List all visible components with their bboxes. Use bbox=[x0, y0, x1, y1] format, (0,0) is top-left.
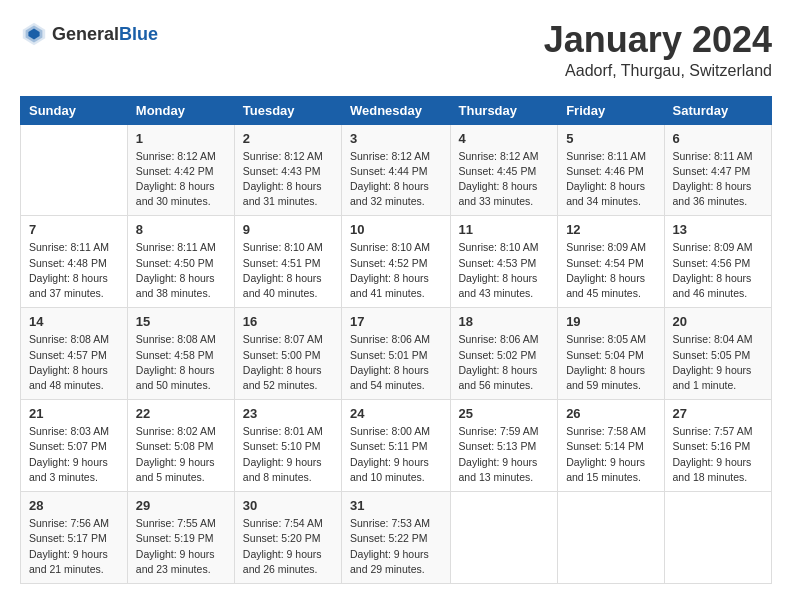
calendar-cell: 24Sunrise: 8:00 AMSunset: 5:11 PMDayligh… bbox=[341, 400, 450, 492]
calendar-cell: 25Sunrise: 7:59 AMSunset: 5:13 PMDayligh… bbox=[450, 400, 558, 492]
calendar-cell: 2Sunrise: 8:12 AMSunset: 4:43 PMDaylight… bbox=[234, 124, 341, 216]
calendar-cell: 10Sunrise: 8:10 AMSunset: 4:52 PMDayligh… bbox=[341, 216, 450, 308]
day-info: Sunrise: 8:08 AMSunset: 4:58 PMDaylight:… bbox=[136, 332, 226, 393]
day-info: Sunrise: 7:59 AMSunset: 5:13 PMDaylight:… bbox=[459, 424, 550, 485]
day-number: 29 bbox=[136, 498, 226, 513]
day-number: 16 bbox=[243, 314, 333, 329]
calendar-cell: 3Sunrise: 8:12 AMSunset: 4:44 PMDaylight… bbox=[341, 124, 450, 216]
day-info: Sunrise: 7:54 AMSunset: 5:20 PMDaylight:… bbox=[243, 516, 333, 577]
weekday-header-sunday: Sunday bbox=[21, 96, 128, 124]
week-row-4: 21Sunrise: 8:03 AMSunset: 5:07 PMDayligh… bbox=[21, 400, 772, 492]
calendar-cell: 28Sunrise: 7:56 AMSunset: 5:17 PMDayligh… bbox=[21, 492, 128, 584]
title-block: January 2024 Aadorf, Thurgau, Switzerlan… bbox=[544, 20, 772, 80]
calendar-cell: 7Sunrise: 8:11 AMSunset: 4:48 PMDaylight… bbox=[21, 216, 128, 308]
calendar-cell: 23Sunrise: 8:01 AMSunset: 5:10 PMDayligh… bbox=[234, 400, 341, 492]
weekday-header-wednesday: Wednesday bbox=[341, 96, 450, 124]
weekday-header-tuesday: Tuesday bbox=[234, 96, 341, 124]
day-info: Sunrise: 8:09 AMSunset: 4:54 PMDaylight:… bbox=[566, 240, 655, 301]
day-info: Sunrise: 8:12 AMSunset: 4:44 PMDaylight:… bbox=[350, 149, 442, 210]
day-info: Sunrise: 8:10 AMSunset: 4:51 PMDaylight:… bbox=[243, 240, 333, 301]
day-number: 27 bbox=[673, 406, 763, 421]
day-number: 6 bbox=[673, 131, 763, 146]
day-info: Sunrise: 8:02 AMSunset: 5:08 PMDaylight:… bbox=[136, 424, 226, 485]
calendar-cell: 26Sunrise: 7:58 AMSunset: 5:14 PMDayligh… bbox=[558, 400, 664, 492]
calendar-cell: 11Sunrise: 8:10 AMSunset: 4:53 PMDayligh… bbox=[450, 216, 558, 308]
day-info: Sunrise: 8:12 AMSunset: 4:42 PMDaylight:… bbox=[136, 149, 226, 210]
week-row-2: 7Sunrise: 8:11 AMSunset: 4:48 PMDaylight… bbox=[21, 216, 772, 308]
calendar-cell: 30Sunrise: 7:54 AMSunset: 5:20 PMDayligh… bbox=[234, 492, 341, 584]
day-number: 22 bbox=[136, 406, 226, 421]
calendar-cell: 15Sunrise: 8:08 AMSunset: 4:58 PMDayligh… bbox=[127, 308, 234, 400]
day-info: Sunrise: 8:10 AMSunset: 4:52 PMDaylight:… bbox=[350, 240, 442, 301]
day-number: 3 bbox=[350, 131, 442, 146]
calendar-table: SundayMondayTuesdayWednesdayThursdayFrid… bbox=[20, 96, 772, 584]
day-info: Sunrise: 8:11 AMSunset: 4:48 PMDaylight:… bbox=[29, 240, 119, 301]
day-number: 13 bbox=[673, 222, 763, 237]
calendar-cell: 1Sunrise: 8:12 AMSunset: 4:42 PMDaylight… bbox=[127, 124, 234, 216]
calendar-cell: 12Sunrise: 8:09 AMSunset: 4:54 PMDayligh… bbox=[558, 216, 664, 308]
calendar-cell: 29Sunrise: 7:55 AMSunset: 5:19 PMDayligh… bbox=[127, 492, 234, 584]
day-number: 31 bbox=[350, 498, 442, 513]
day-info: Sunrise: 8:08 AMSunset: 4:57 PMDaylight:… bbox=[29, 332, 119, 393]
weekday-header-thursday: Thursday bbox=[450, 96, 558, 124]
day-info: Sunrise: 8:09 AMSunset: 4:56 PMDaylight:… bbox=[673, 240, 763, 301]
day-number: 2 bbox=[243, 131, 333, 146]
logo-icon bbox=[20, 20, 48, 48]
day-number: 19 bbox=[566, 314, 655, 329]
calendar-cell: 31Sunrise: 7:53 AMSunset: 5:22 PMDayligh… bbox=[341, 492, 450, 584]
day-number: 14 bbox=[29, 314, 119, 329]
week-row-1: 1Sunrise: 8:12 AMSunset: 4:42 PMDaylight… bbox=[21, 124, 772, 216]
day-info: Sunrise: 8:06 AMSunset: 5:02 PMDaylight:… bbox=[459, 332, 550, 393]
calendar-cell: 4Sunrise: 8:12 AMSunset: 4:45 PMDaylight… bbox=[450, 124, 558, 216]
calendar-cell: 21Sunrise: 8:03 AMSunset: 5:07 PMDayligh… bbox=[21, 400, 128, 492]
calendar-cell: 9Sunrise: 8:10 AMSunset: 4:51 PMDaylight… bbox=[234, 216, 341, 308]
day-number: 7 bbox=[29, 222, 119, 237]
day-info: Sunrise: 8:11 AMSunset: 4:47 PMDaylight:… bbox=[673, 149, 763, 210]
day-info: Sunrise: 8:11 AMSunset: 4:46 PMDaylight:… bbox=[566, 149, 655, 210]
day-number: 30 bbox=[243, 498, 333, 513]
month-title: January 2024 bbox=[544, 20, 772, 60]
logo-text-general: General bbox=[52, 24, 119, 44]
calendar-cell: 14Sunrise: 8:08 AMSunset: 4:57 PMDayligh… bbox=[21, 308, 128, 400]
calendar-cell: 13Sunrise: 8:09 AMSunset: 4:56 PMDayligh… bbox=[664, 216, 771, 308]
day-number: 8 bbox=[136, 222, 226, 237]
calendar-cell: 17Sunrise: 8:06 AMSunset: 5:01 PMDayligh… bbox=[341, 308, 450, 400]
day-info: Sunrise: 7:56 AMSunset: 5:17 PMDaylight:… bbox=[29, 516, 119, 577]
day-number: 23 bbox=[243, 406, 333, 421]
day-info: Sunrise: 8:12 AMSunset: 4:43 PMDaylight:… bbox=[243, 149, 333, 210]
day-number: 17 bbox=[350, 314, 442, 329]
day-number: 15 bbox=[136, 314, 226, 329]
page-header: GeneralBlue January 2024 Aadorf, Thurgau… bbox=[20, 20, 772, 80]
weekday-header-row: SundayMondayTuesdayWednesdayThursdayFrid… bbox=[21, 96, 772, 124]
week-row-5: 28Sunrise: 7:56 AMSunset: 5:17 PMDayligh… bbox=[21, 492, 772, 584]
calendar-cell bbox=[558, 492, 664, 584]
day-info: Sunrise: 8:04 AMSunset: 5:05 PMDaylight:… bbox=[673, 332, 763, 393]
calendar-cell: 18Sunrise: 8:06 AMSunset: 5:02 PMDayligh… bbox=[450, 308, 558, 400]
day-number: 28 bbox=[29, 498, 119, 513]
calendar-cell: 6Sunrise: 8:11 AMSunset: 4:47 PMDaylight… bbox=[664, 124, 771, 216]
logo-text-blue: Blue bbox=[119, 24, 158, 44]
day-info: Sunrise: 7:58 AMSunset: 5:14 PMDaylight:… bbox=[566, 424, 655, 485]
calendar-cell bbox=[450, 492, 558, 584]
calendar-cell: 22Sunrise: 8:02 AMSunset: 5:08 PMDayligh… bbox=[127, 400, 234, 492]
day-info: Sunrise: 7:55 AMSunset: 5:19 PMDaylight:… bbox=[136, 516, 226, 577]
weekday-header-saturday: Saturday bbox=[664, 96, 771, 124]
day-number: 26 bbox=[566, 406, 655, 421]
day-info: Sunrise: 8:10 AMSunset: 4:53 PMDaylight:… bbox=[459, 240, 550, 301]
day-number: 20 bbox=[673, 314, 763, 329]
day-info: Sunrise: 8:01 AMSunset: 5:10 PMDaylight:… bbox=[243, 424, 333, 485]
day-info: Sunrise: 7:53 AMSunset: 5:22 PMDaylight:… bbox=[350, 516, 442, 577]
calendar-cell bbox=[21, 124, 128, 216]
calendar-cell: 20Sunrise: 8:04 AMSunset: 5:05 PMDayligh… bbox=[664, 308, 771, 400]
day-number: 1 bbox=[136, 131, 226, 146]
day-number: 4 bbox=[459, 131, 550, 146]
day-number: 9 bbox=[243, 222, 333, 237]
day-number: 10 bbox=[350, 222, 442, 237]
day-info: Sunrise: 8:05 AMSunset: 5:04 PMDaylight:… bbox=[566, 332, 655, 393]
day-info: Sunrise: 8:12 AMSunset: 4:45 PMDaylight:… bbox=[459, 149, 550, 210]
weekday-header-friday: Friday bbox=[558, 96, 664, 124]
location-title: Aadorf, Thurgau, Switzerland bbox=[544, 62, 772, 80]
weekday-header-monday: Monday bbox=[127, 96, 234, 124]
day-number: 18 bbox=[459, 314, 550, 329]
day-info: Sunrise: 8:06 AMSunset: 5:01 PMDaylight:… bbox=[350, 332, 442, 393]
